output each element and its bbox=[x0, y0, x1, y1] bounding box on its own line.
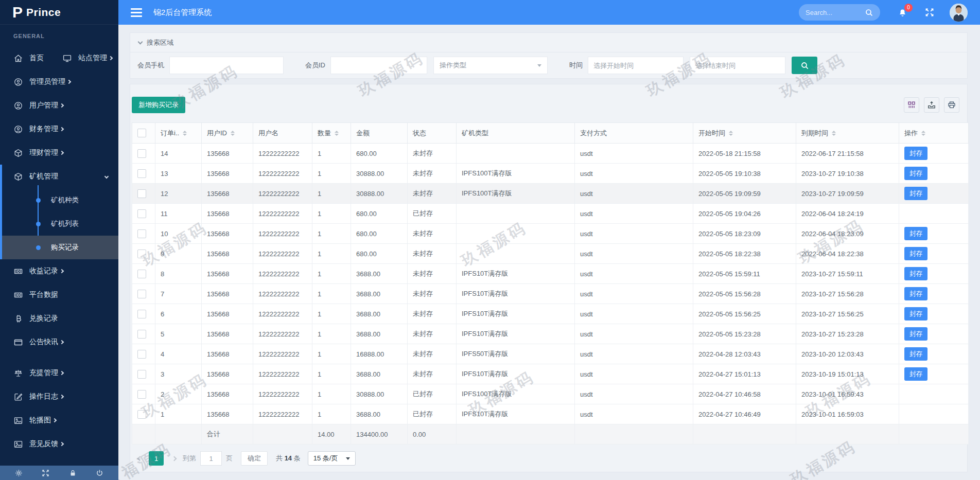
member-id-input[interactable] bbox=[330, 57, 427, 74]
sidebar-item-purchase-records[interactable]: 购买记录 bbox=[2, 236, 118, 259]
columns-toggle-button[interactable] bbox=[904, 97, 919, 113]
start-time-input[interactable] bbox=[588, 57, 684, 74]
seal-button[interactable]: 封存 bbox=[904, 187, 927, 200]
column-header-order_id[interactable]: 订单i.. bbox=[155, 123, 202, 144]
column-header-action[interactable]: 操作 bbox=[899, 123, 969, 144]
sidebar-item-home[interactable]: 首页 bbox=[0, 46, 59, 70]
row-checkbox[interactable] bbox=[137, 390, 146, 399]
sidebar-item-user-management[interactable]: 用户管理 bbox=[0, 94, 118, 117]
prev-page-button[interactable] bbox=[134, 457, 145, 460]
column-header-quantity[interactable]: 数量 bbox=[312, 123, 351, 144]
column-header-payment[interactable]: 支付方式 bbox=[575, 123, 693, 144]
sidebar-item-recharge-withdraw[interactable]: 充提管理 bbox=[0, 361, 118, 385]
row-checkbox[interactable] bbox=[137, 250, 146, 258]
row-checkbox[interactable] bbox=[137, 149, 146, 158]
sidebar-item-miner-management[interactable]: 矿机管理 bbox=[2, 165, 118, 188]
row-checkbox[interactable] bbox=[137, 270, 146, 278]
seal-button[interactable]: 封存 bbox=[904, 247, 927, 260]
sidebar-item-finance-management[interactable]: 财务管理 bbox=[0, 117, 118, 141]
sidebar-item-site-management[interactable]: 站点管理 bbox=[59, 46, 118, 70]
row-checkbox[interactable] bbox=[137, 330, 146, 339]
goto-page-input[interactable] bbox=[200, 451, 222, 466]
sidebar-item-wealth-management[interactable]: 理财管理 bbox=[0, 141, 118, 165]
cell-user_id: 135668 bbox=[202, 344, 253, 364]
seal-button[interactable]: 封存 bbox=[904, 307, 927, 321]
sort-icon[interactable] bbox=[921, 131, 925, 136]
power-icon[interactable] bbox=[95, 469, 104, 477]
next-page-button[interactable] bbox=[167, 457, 179, 460]
row-checkbox[interactable] bbox=[137, 350, 146, 359]
cell-username: 12222222222 bbox=[253, 364, 312, 384]
column-header-amount[interactable]: 金额 bbox=[351, 123, 408, 144]
export-button[interactable] bbox=[924, 97, 939, 113]
sidebar-item-operation-logs[interactable]: 操作日志 bbox=[0, 385, 118, 408]
seal-button[interactable]: 封存 bbox=[904, 287, 927, 300]
user-avatar[interactable] bbox=[950, 4, 968, 22]
row-checkbox[interactable] bbox=[137, 290, 146, 298]
sidebar-item-feedback[interactable]: 意见反馈 bbox=[0, 432, 118, 456]
seal-button[interactable]: 封存 bbox=[904, 267, 927, 280]
cell-user_id: 135668 bbox=[202, 184, 253, 204]
chevron-right-icon bbox=[60, 340, 64, 344]
sidebar-item-carousel[interactable]: 轮播图 bbox=[0, 408, 118, 432]
seal-button[interactable]: 封存 bbox=[904, 327, 927, 341]
sort-icon[interactable] bbox=[832, 131, 836, 136]
cell-status: 未封存 bbox=[408, 324, 457, 344]
sidebar-item-exchange-records[interactable]: 兑换记录 bbox=[0, 307, 118, 330]
sidebar-item-admin-management[interactable]: 管理员管理 bbox=[0, 70, 118, 94]
page-size-select[interactable]: 15 条/页 bbox=[308, 451, 356, 466]
seal-button[interactable]: 封存 bbox=[904, 227, 927, 240]
row-checkbox[interactable] bbox=[137, 370, 146, 379]
logo[interactable]: P Prince bbox=[0, 0, 118, 25]
sort-icon[interactable] bbox=[335, 131, 339, 136]
hamburger-menu-icon[interactable] bbox=[128, 5, 145, 20]
seal-button[interactable]: 封存 bbox=[904, 367, 927, 381]
row-checkbox[interactable] bbox=[137, 189, 146, 198]
cell-quantity: 1 bbox=[312, 364, 351, 384]
column-header-miner_type[interactable]: 矿机类型 bbox=[457, 123, 575, 144]
expand-icon[interactable] bbox=[41, 469, 50, 477]
seal-button[interactable]: 封存 bbox=[904, 347, 927, 361]
sort-icon[interactable] bbox=[183, 131, 187, 136]
add-purchase-record-button[interactable]: 新增购买记录 bbox=[132, 97, 185, 113]
operation-type-select[interactable]: 操作类型 bbox=[433, 57, 548, 74]
column-header-username[interactable]: 用户名 bbox=[253, 123, 312, 144]
seal-button[interactable]: 封存 bbox=[904, 167, 927, 180]
row-checkbox[interactable] bbox=[137, 310, 146, 318]
end-time-input[interactable] bbox=[690, 57, 785, 74]
print-button[interactable] bbox=[944, 97, 959, 113]
seal-button[interactable]: 封存 bbox=[904, 147, 927, 160]
sidebar-item-miner-list[interactable]: 矿机列表 bbox=[2, 212, 118, 236]
export-icon bbox=[927, 101, 936, 109]
cell-order_id: 11 bbox=[155, 204, 202, 224]
row-checkbox[interactable] bbox=[137, 229, 146, 238]
page-button-1[interactable]: 1 bbox=[149, 451, 164, 466]
sidebar-item-platform-data[interactable]: 平台数据 bbox=[0, 283, 118, 307]
confirm-page-button[interactable]: 确定 bbox=[241, 451, 268, 466]
row-checkbox[interactable] bbox=[137, 410, 146, 419]
search-panel-header[interactable]: 搜索区域 bbox=[130, 33, 967, 52]
sort-icon[interactable] bbox=[231, 131, 235, 136]
cell-start_time: 2022-05-05 15:23:28 bbox=[693, 324, 796, 344]
sidebar-item-announcements[interactable]: 公告快讯 bbox=[0, 330, 118, 354]
global-search-input[interactable]: Search... bbox=[799, 4, 880, 21]
cell-username: 12222222222 bbox=[253, 264, 312, 284]
search-button[interactable] bbox=[792, 57, 817, 74]
sidebar-item-income-records[interactable]: 收益记录 bbox=[0, 259, 118, 283]
select-all-checkbox[interactable] bbox=[137, 129, 146, 137]
sort-icon[interactable] bbox=[729, 131, 733, 136]
fullscreen-icon[interactable] bbox=[925, 8, 934, 17]
column-header-status[interactable]: 状态 bbox=[408, 123, 457, 144]
notification-bell-icon[interactable]: 0 bbox=[898, 8, 907, 17]
cell-payment: usdt bbox=[575, 404, 693, 424]
column-header-start_time[interactable]: 开始时间 bbox=[693, 123, 796, 144]
member-phone-input[interactable] bbox=[169, 57, 284, 74]
row-checkbox[interactable] bbox=[137, 209, 146, 218]
column-header-user_id[interactable]: 用户ID bbox=[202, 123, 253, 144]
row-checkbox[interactable] bbox=[137, 169, 146, 178]
gear-icon[interactable] bbox=[14, 469, 23, 477]
search-icon[interactable] bbox=[864, 8, 873, 17]
column-header-end_time[interactable]: 到期时间 bbox=[796, 123, 899, 144]
sidebar-item-miner-types[interactable]: 矿机种类 bbox=[2, 188, 118, 212]
lock-icon[interactable] bbox=[68, 469, 77, 477]
